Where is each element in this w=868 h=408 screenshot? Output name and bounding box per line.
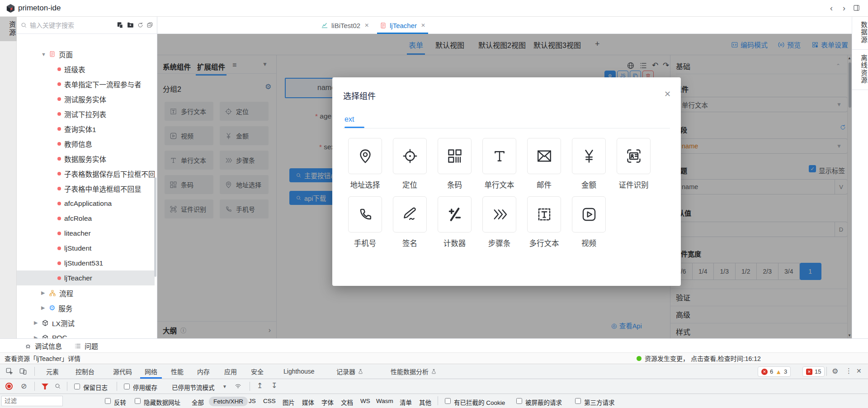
tab-debug-info[interactable]: 调试信息 — [24, 339, 62, 353]
preserve-log-label[interactable]: 保留日志 — [83, 383, 108, 392]
invert-checkbox[interactable] — [105, 398, 111, 404]
tree-item[interactable]: 测试服务实体 — [17, 91, 155, 106]
tile-amount[interactable]: 金额 — [572, 138, 606, 190]
blocked-cookies-checkbox[interactable] — [445, 398, 451, 404]
blocked-cookies-label[interactable]: 有已拦截的 Cookie — [454, 398, 505, 407]
tile-locate[interactable]: 定位 — [393, 138, 427, 190]
tree-item[interactable]: 表单指定下一流程参与者 — [17, 76, 155, 91]
activity-tab-resources[interactable]: 资源 — [0, 17, 17, 41]
filter-type-media[interactable]: 媒体 — [302, 398, 314, 407]
record-icon[interactable] — [5, 383, 13, 390]
right-tab-offline[interactable]: 离线资源 — [852, 50, 868, 90]
tree-item[interactable]: 班级表 — [17, 62, 155, 76]
hide-data-urls-checkbox[interactable] — [135, 398, 141, 404]
invert-label[interactable]: 反转 — [114, 398, 126, 407]
tile-video[interactable]: 视频 — [572, 196, 606, 248]
tile-counter[interactable]: 计数器 — [438, 196, 472, 248]
devtools-tab-performance[interactable]: 性能 — [170, 364, 184, 379]
filter-type-img[interactable]: 图片 — [283, 398, 295, 407]
tree-item[interactable]: 测试下拉列表 — [17, 106, 155, 121]
clear-icon[interactable]: ⊘ — [21, 382, 27, 390]
filter-type-css[interactable]: CSS — [263, 398, 276, 404]
console-errors-warnings-badge[interactable]: ✕ 6 ▲ 3 — [758, 366, 791, 377]
dialog-tab-ext[interactable]: ext — [344, 115, 354, 123]
third-party-label[interactable]: 第三方请求 — [584, 398, 615, 407]
throttling-select[interactable]: 已停用节流模式 — [172, 383, 215, 392]
caret-right-icon[interactable]: ▶ — [34, 320, 38, 326]
filter-type-js[interactable]: JS — [249, 398, 256, 404]
hide-data-urls-label[interactable]: 隐藏数据网址 — [144, 398, 180, 407]
tile-barcode[interactable]: 条码 — [438, 138, 472, 190]
tile-single-text[interactable]: 单行文本 — [482, 138, 516, 190]
devtools-tab-recorder[interactable]: 记录器 — [335, 364, 364, 379]
caret-right-icon[interactable]: ▶ — [41, 305, 46, 311]
nav-forward-icon[interactable]: › — [838, 4, 850, 13]
tree-item-project[interactable]: ▶ LX测试 — [17, 315, 155, 330]
status-right[interactable]: 资源发生变更， 点击查看,检查时间:16:12 — [637, 354, 761, 363]
devtools-tab-application[interactable]: 应用 — [223, 364, 238, 379]
right-tab-datasource[interactable]: 数据源 — [852, 17, 868, 50]
devtools-tab-lighthouse[interactable]: Lighthouse — [283, 364, 316, 379]
tab-problems[interactable]: 问题 — [74, 339, 98, 353]
caret-right-icon[interactable]: ▶ — [41, 290, 46, 296]
status-left-text[interactable]: 查看资源「ljTeacher」详情 — [5, 354, 80, 363]
tree-item[interactable]: liteacher — [17, 226, 155, 241]
search-icon[interactable] — [54, 383, 61, 389]
tree-item-process[interactable]: ▶ 流程 — [17, 285, 155, 300]
explorer-search-input[interactable] — [30, 22, 113, 29]
tree-item-folder[interactable]: ▼ 页面 — [17, 47, 155, 62]
filter-type-font[interactable]: 字体 — [321, 398, 334, 407]
devtools-tab-elements[interactable]: 元素 — [45, 364, 60, 379]
close-tab-icon[interactable]: ✕ — [421, 22, 425, 28]
filter-type-all[interactable]: 全部 — [192, 398, 204, 407]
blocked-requests-checkbox[interactable] — [516, 398, 522, 404]
tree-item[interactable]: 教师信息 — [17, 136, 155, 151]
tree-item[interactable]: ljStudent — [17, 241, 155, 256]
tree-item[interactable]: 子表格中单选框组不回显 — [17, 181, 155, 196]
close-tab-icon[interactable]: ✕ — [364, 22, 369, 28]
third-party-checkbox[interactable] — [575, 398, 581, 404]
caret-right-icon[interactable]: ▶ — [34, 335, 38, 338]
export-har-icon[interactable]: ↧ — [271, 381, 277, 390]
tile-textarea[interactable]: 多行文本 — [527, 196, 561, 248]
nav-back-icon[interactable]: ‹ — [826, 4, 837, 13]
filter-type-fetch-xhr-selected[interactable]: Fetch/XHR — [209, 397, 248, 406]
tree-item[interactable]: 数据服务实体 — [17, 151, 155, 166]
tile-phone[interactable]: 手机号 — [348, 196, 382, 248]
filter-type-manifest[interactable]: 清单 — [400, 398, 412, 407]
import-har-icon[interactable]: ↥ — [257, 381, 263, 390]
devtools-tab-console[interactable]: 控制台 — [75, 364, 95, 379]
collapse-all-icon[interactable] — [146, 22, 153, 28]
caret-down-icon[interactable]: ▼ — [222, 384, 227, 389]
tree-item[interactable]: afcApplicationa — [17, 196, 155, 211]
disable-cache-label[interactable]: 停用缓存 — [133, 383, 157, 392]
editor-tab-ljteacher[interactable]: ljTeacher ✕ — [375, 17, 430, 34]
tile-mail[interactable]: 邮件 — [527, 138, 561, 190]
device-toolbar-icon[interactable] — [19, 367, 27, 375]
refresh-icon[interactable] — [137, 22, 144, 28]
network-filter-input[interactable] — [1, 396, 63, 406]
editor-tab-libitest02[interactable]: liBiTest02 ✕ — [316, 17, 373, 34]
tile-address-select[interactable]: 地址选择 — [348, 138, 382, 190]
disable-cache-checkbox[interactable] — [124, 384, 130, 389]
inspect-element-icon[interactable] — [5, 367, 14, 375]
filter-type-wasm[interactable]: Wasm — [376, 398, 393, 404]
caret-down-icon[interactable]: ▼ — [41, 52, 46, 57]
tree-item[interactable]: 子表格数据保存后下拉框不回显 — [17, 166, 155, 181]
tree-item[interactable]: 查询实体1 — [17, 121, 155, 136]
tree-item[interactable]: ljStudent531 — [17, 256, 155, 270]
devtools-close-icon[interactable]: ✕ — [856, 367, 862, 375]
issues-badge[interactable]: ✕ 15 — [802, 366, 825, 377]
window-layout-icon[interactable] — [853, 4, 860, 12]
filter-type-doc[interactable]: 文档 — [341, 398, 353, 407]
kebab-menu-icon[interactable]: ⋮ — [845, 367, 852, 375]
tile-steps[interactable]: 步骤条 — [482, 196, 516, 248]
blocked-requests-label[interactable]: 被屏蔽的请求 — [525, 398, 562, 407]
tile-idcard[interactable]: 证件识别 — [617, 138, 651, 190]
devtools-tab-memory[interactable]: 内存 — [196, 364, 211, 379]
devtools-tab-security[interactable]: 安全 — [250, 364, 264, 379]
explorer-scrollbar[interactable] — [154, 177, 156, 277]
devtools-tab-network[interactable]: 网络 — [144, 364, 158, 379]
tree-item[interactable]: afcRolea — [17, 211, 155, 226]
devtools-tab-performance-insights[interactable]: 性能数据分析 — [390, 364, 438, 379]
